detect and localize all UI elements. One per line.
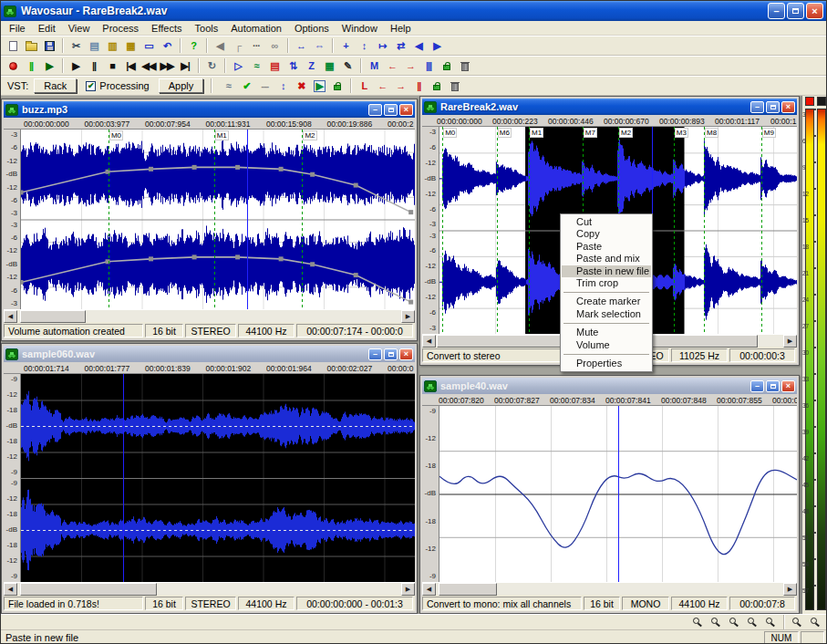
pause-icon[interactable]: || (85, 57, 103, 74)
marker-m-icon[interactable]: M (365, 57, 383, 74)
rewind-icon[interactable]: ◀◀ (140, 57, 158, 74)
fit-horizontal-icon[interactable]: + (336, 37, 355, 54)
stop-icon[interactable]: ■ (103, 57, 121, 74)
marker-left-icon[interactable]: ← (383, 57, 401, 74)
goto-right-icon[interactable]: → (391, 78, 409, 94)
copy-new-icon[interactable]: ▤ (265, 57, 284, 74)
go-end-icon[interactable]: ▶| (176, 57, 194, 74)
trash-icon[interactable] (456, 57, 474, 74)
delete-x-icon[interactable]: ✖ (292, 78, 310, 94)
context-menu-item-paste[interactable]: Paste (562, 241, 651, 253)
buzz-restore-button[interactable] (384, 104, 398, 116)
play-cursor-icon[interactable]: ▶ (40, 57, 58, 74)
zoom-selection-icon[interactable]: ↦ (373, 37, 391, 54)
clip-indicator-right[interactable] (817, 97, 826, 106)
rare-close-button[interactable]: × (781, 101, 795, 113)
context-menu-item-create-marker[interactable]: Create marker (562, 296, 651, 307)
vst-apply-button[interactable]: Apply (159, 78, 204, 93)
play-box-icon[interactable]: ▶ (310, 78, 328, 94)
menu-view[interactable]: View (62, 22, 97, 35)
paste-mix-icon[interactable]: ▦ (121, 37, 140, 54)
context-menu-item-volume[interactable]: Volume (562, 339, 651, 351)
lock-2-icon[interactable] (428, 78, 446, 94)
mag-zoom-one-icon[interactable] (806, 614, 824, 630)
sample060-minimize-button[interactable]: – (368, 348, 382, 360)
vst-rack-button[interactable]: Rack (34, 78, 77, 93)
cut-icon[interactable]: ✂ (67, 37, 85, 54)
sample40-restore-button[interactable] (766, 380, 780, 392)
sample40-minimize-button[interactable]: – (750, 380, 764, 392)
main-titlebar[interactable]: Wavosaur - RareBreak2.wav – × (1, 1, 826, 21)
mag-zoom-vertical-out-icon[interactable] (761, 614, 780, 630)
window-sample40[interactable]: sample40.wav – × 00:00:07:82000:00:07:82… (419, 375, 800, 614)
buzz-titlebar[interactable]: buzz.mp3 – × (4, 101, 415, 118)
context-menu-item-paste-and-mix[interactable]: Paste and mix (562, 253, 651, 265)
loop-icon[interactable]: ↻ (202, 57, 221, 74)
restore-button[interactable] (787, 3, 804, 19)
forward-icon[interactable]: ▶▶ (158, 57, 176, 74)
mag-zoom-vertical-in-icon[interactable] (743, 614, 761, 630)
new-file-icon[interactable] (4, 37, 22, 54)
rare-restore-button[interactable] (766, 101, 780, 113)
mag-zoom-in-icon[interactable] (688, 614, 707, 630)
fade-icon[interactable]: Z (302, 57, 320, 74)
rare-titlebar[interactable]: RareBreak2.wav – × (422, 99, 797, 115)
window-sample060[interactable]: sample060.wav – × 00:00:01:71400:00:01:7… (1, 343, 418, 614)
bit-depth-icon[interactable]: ▦ (320, 57, 338, 74)
connector-icon[interactable]: ┌ (229, 37, 247, 54)
envelope-icon[interactable]: ≈ (219, 78, 237, 94)
buzz-minimize-button[interactable]: – (368, 104, 382, 116)
lock-icon[interactable] (438, 57, 456, 74)
marker-all-icon[interactable]: ||| (419, 57, 438, 74)
menu-effects[interactable]: Effects (145, 22, 188, 35)
statistics-icon[interactable]: ≈ (247, 57, 265, 74)
insert-wave-icon[interactable]: ▷ (229, 57, 247, 74)
goto-left-icon[interactable]: ← (373, 78, 391, 94)
context-menu-item-paste-in-new-file[interactable]: Paste in new file (562, 265, 651, 277)
window-buzz[interactable]: buzz.mp3 – × 00:00:00:00000:00:03:97700:… (1, 99, 418, 341)
copy-icon[interactable]: ▤ (85, 37, 103, 54)
buzz-scroll-thumb[interactable] (20, 310, 86, 323)
l-marker-icon[interactable]: L (355, 78, 373, 94)
mag-zoom-all-icon[interactable] (788, 614, 806, 630)
sample40-close-button[interactable]: × (781, 380, 795, 392)
mag-zoom-out-icon[interactable] (707, 614, 725, 630)
sample060-waveform[interactable] (20, 374, 415, 582)
scroll-left-icon[interactable]: ◀ (4, 310, 17, 323)
scroll-right-icon[interactable]: ▶ (783, 335, 797, 348)
menu-options[interactable]: Options (288, 22, 336, 35)
menu-edit[interactable]: Edit (32, 22, 62, 35)
dashes-icon[interactable]: --- (255, 78, 274, 94)
context-menu-item-properties[interactable]: Properties (562, 358, 651, 369)
save-icon[interactable] (40, 37, 58, 54)
help-icon[interactable]: ? (184, 37, 202, 54)
scroll-right-icon[interactable]: ▶ (783, 583, 797, 596)
processing-checkbox[interactable]: ✔ (86, 81, 96, 91)
menu-automation[interactable]: Automation (224, 22, 288, 35)
scroll-right-icon[interactable]: ▶ (401, 583, 415, 596)
marker-right-icon[interactable]: → (401, 57, 419, 74)
context-menu-item-mark-selection[interactable]: Mark selection (562, 308, 651, 320)
trash-2-icon[interactable] (446, 78, 464, 94)
undo-icon[interactable]: ↶ (158, 37, 176, 54)
buzz-hscrollbar[interactable]: ◀ ▶ (4, 309, 415, 322)
pause-alt-icon[interactable]: || (22, 57, 40, 74)
mag-zoom-selection-icon[interactable] (725, 614, 743, 630)
menu-process[interactable]: Process (96, 22, 145, 35)
nudge-icon[interactable]: ↕ (274, 78, 292, 94)
swap-channels-icon[interactable]: ⇅ (284, 57, 302, 74)
lock-green-icon[interactable] (328, 78, 346, 94)
link-icon[interactable]: ∞ (265, 37, 284, 54)
fit-vertical-icon[interactable]: ↕ (355, 37, 373, 54)
play-icon[interactable]: ▶ (67, 57, 85, 74)
check-icon[interactable]: ✔ (237, 78, 255, 94)
menu-window[interactable]: Window (336, 22, 384, 35)
sample060-restore-button[interactable] (384, 348, 398, 360)
scroll-right-icon[interactable]: ▶ (401, 310, 415, 323)
marker-set-icon[interactable]: || (409, 78, 428, 94)
zoom-wave-h-icon[interactable]: ↔ (292, 37, 310, 54)
sample060-scroll-thumb[interactable] (20, 583, 157, 596)
pencil-icon[interactable]: ✎ (338, 57, 357, 74)
zoom-all-icon[interactable]: ⇄ (391, 37, 409, 54)
open-folder-icon[interactable] (22, 37, 40, 54)
